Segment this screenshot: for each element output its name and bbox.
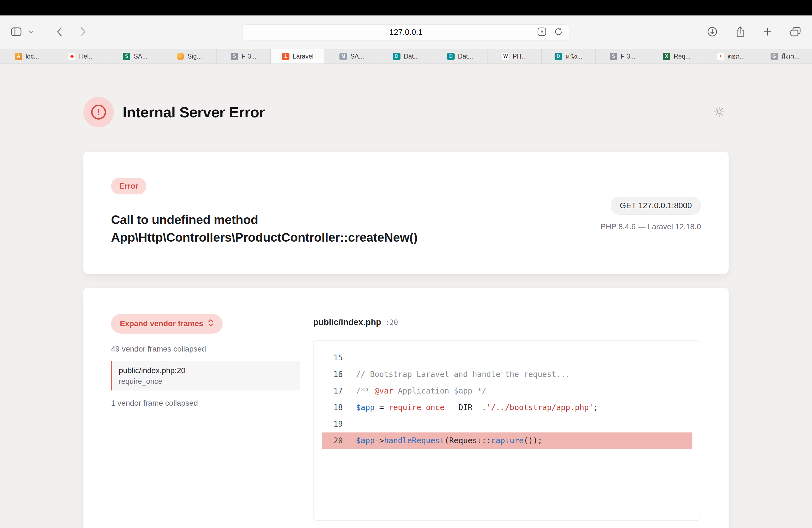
tab-label: มึงเว...: [781, 52, 800, 61]
tab-label: Sig...: [188, 53, 202, 60]
expand-vendor-frames-label: Expand vendor frames: [120, 319, 203, 328]
tab-9[interactable]: DDat...: [433, 49, 488, 63]
chevron-right-icon: [80, 27, 86, 38]
expand-vendor-frames-button[interactable]: Expand vendor frames: [111, 314, 222, 334]
macos-menu-bar: [0, 0, 812, 15]
code-line-15: 15: [322, 350, 692, 366]
sun-icon: [714, 114, 725, 118]
code-line-19: 19: [322, 416, 692, 432]
stack-frames-column: Expand vendor frames 49 vendor frames co…: [111, 314, 300, 528]
frame-file: public/index.php:20: [119, 366, 294, 376]
exclamation-icon: !: [91, 105, 106, 120]
download-icon: [707, 27, 717, 38]
exception-message: Call to undefined method App\Http\Contro…: [111, 211, 511, 246]
reload-button[interactable]: [552, 26, 565, 39]
code-snippet: 1516// Bootstrap Laravel and handle the …: [313, 340, 701, 520]
chevron-down-icon: [29, 30, 34, 34]
code-line-20: 20$app->handleRequest(Request::capture()…: [322, 432, 692, 449]
orange-one-icon: 1: [282, 53, 289, 60]
tab-label: Hel...: [79, 53, 94, 60]
sidebar-toggle-button[interactable]: [10, 26, 23, 39]
tab-label: PH...: [512, 53, 527, 60]
error-page-header: ! Internal Server Error: [83, 97, 729, 127]
sidebar-icon: [11, 27, 21, 37]
url-text: 127.0.0.1: [389, 28, 423, 37]
chevron-left-icon: [56, 27, 62, 38]
tab-5[interactable]: SF-3...: [217, 49, 271, 63]
tab-label: Laravel: [293, 53, 314, 60]
tab-label: SA...: [350, 53, 364, 60]
code-line-18: 18$app = require_once __DIR__.'/../boots…: [322, 399, 692, 416]
tabs-overview-icon: [790, 27, 801, 38]
page-title: Internal Server Error: [122, 104, 265, 121]
toolbar-left: [10, 25, 242, 39]
gray-s-icon: S: [610, 53, 617, 60]
forward-button[interactable]: [78, 25, 88, 39]
tab-overview-button[interactable]: [788, 25, 802, 39]
tab-1[interactable]: Aloc...: [0, 49, 54, 63]
code-line-16: 16// Bootstrap Laravel and handle the re…: [322, 366, 692, 383]
code-line-17: 17/** @var Application $app */: [322, 383, 692, 399]
frame-method: require_once: [119, 377, 294, 386]
gray-m-icon: M: [339, 53, 347, 60]
w-icon: W: [502, 53, 509, 60]
excel-icon: X: [663, 53, 670, 60]
stack-trace-card: Expand vendor frames 49 vendor frames co…: [83, 288, 729, 528]
tab-label: F-3...: [242, 53, 256, 60]
tab-3[interactable]: SSA...: [108, 49, 162, 63]
tab-11[interactable]: Dหนัง...: [541, 49, 596, 63]
tab-label: F-3...: [621, 53, 636, 60]
sidebar-chevron-button[interactable]: [27, 28, 35, 36]
laravel-icon: ❖: [68, 53, 76, 60]
teal-app-icon: D: [555, 53, 562, 60]
toolbar-right: [570, 24, 802, 40]
tab-label: SA...: [134, 53, 147, 60]
tab-strip: Aloc...❖Hel...SSA...Sig...SF-3...1Larave…: [0, 49, 812, 64]
chevron-up-down-icon: [208, 319, 214, 329]
tab-label: loc...: [26, 53, 39, 60]
stack-frame-selected[interactable]: public/index.php:20 require_once: [111, 361, 300, 391]
php-laravel-versions: PHP 8.4.6 — Laravel 12.18.0: [600, 222, 701, 231]
code-file-name: public/index.php: [313, 317, 381, 327]
plus-icon: [763, 27, 772, 37]
translate-icon: A: [537, 27, 546, 37]
green-s-icon: S: [123, 53, 130, 60]
tab-6[interactable]: 1Laravel: [271, 49, 325, 63]
tab-13[interactable]: XReq...: [650, 49, 704, 63]
tab-7[interactable]: MSA...: [325, 49, 379, 63]
url-bar[interactable]: 127.0.0.1 A: [242, 24, 570, 40]
share-button[interactable]: [734, 24, 747, 40]
svg-text:A: A: [540, 30, 543, 34]
exception-card: Error Call to undefined method App\Http\…: [83, 151, 729, 274]
tab-10[interactable]: WPH...: [488, 49, 541, 63]
error-alert-icon: !: [83, 97, 114, 127]
theme-toggle-button[interactable]: [711, 104, 727, 120]
tab-label: Dat...: [458, 53, 473, 60]
code-line-ref: :20: [385, 318, 398, 327]
tab-4[interactable]: Sig...: [162, 49, 217, 63]
downloads-button[interactable]: [706, 25, 719, 40]
translate-button[interactable]: A: [536, 26, 548, 39]
tab-label: หนัง...: [565, 52, 582, 61]
gray-s-icon: S: [231, 53, 238, 60]
teal-app-icon: D: [447, 53, 454, 60]
tab-label: Dat...: [404, 53, 419, 60]
red-stack-icon: «: [717, 53, 724, 60]
share-icon: [735, 26, 745, 39]
code-header: public/index.php :20: [313, 317, 701, 327]
back-button[interactable]: [55, 25, 64, 39]
gray-g-icon: G: [771, 53, 778, 60]
pma-icon: A: [15, 53, 23, 60]
orange-ball-icon: [177, 53, 184, 60]
tab-12[interactable]: SF-3...: [596, 49, 650, 63]
tab-2[interactable]: ❖Hel...: [54, 49, 108, 63]
code-preview-column: public/index.php :20 1516// Bootstrap La…: [313, 314, 701, 528]
tab-label: Req...: [673, 53, 691, 60]
exception-main: Error Call to undefined method App\Http\…: [111, 178, 511, 246]
browser-toolbar: 127.0.0.1 A: [0, 15, 812, 49]
reload-icon: [554, 27, 563, 37]
tab-14[interactable]: «ตอก...: [704, 49, 758, 63]
new-tab-button[interactable]: [761, 25, 774, 39]
tab-8[interactable]: DDat...: [379, 49, 433, 63]
tab-15[interactable]: Gมึงเว...: [758, 49, 812, 63]
